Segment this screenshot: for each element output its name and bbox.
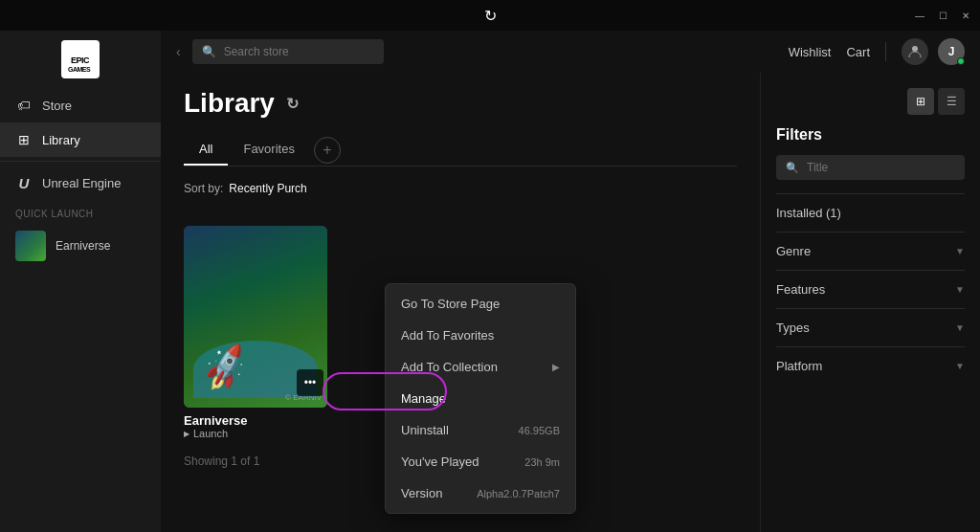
sidebar-navigation: 🏷 Store ⊞ Library U Unreal Engine QUICK … — [0, 88, 161, 532]
filter-features-label: Features — [776, 282, 825, 297]
game-card-menu-button[interactable]: ••• — [297, 369, 323, 396]
context-menu-collection[interactable]: Add To Collection ▶ — [386, 351, 575, 383]
store-icon: 🏷 — [15, 98, 33, 113]
game-launch-earniverse[interactable]: ▶ Launch — [184, 428, 327, 439]
context-menu-played[interactable]: You've Played 23h 9m — [386, 446, 575, 477]
grid-view-toggle[interactable]: ⊞ — [907, 88, 934, 115]
maximize-button[interactable]: ☐ — [936, 9, 949, 22]
sidebar-item-library[interactable]: ⊞ Library — [0, 122, 161, 157]
library-icon: ⊞ — [15, 132, 33, 147]
add-tab-button[interactable]: + — [314, 137, 341, 164]
list-icon: ☰ — [947, 95, 957, 108]
types-chevron-icon: ▼ — [955, 322, 965, 333]
library-area: Library ↻ All Favorites + Sort by: Recen… — [161, 73, 980, 532]
game-card-earniverse[interactable]: 🚀 © EARNIV ••• Earniverse ▶ Launch — [184, 226, 327, 439]
tab-favorites[interactable]: Favorites — [228, 134, 309, 166]
context-menu-version[interactable]: Version Alpha2.0.7Patch7 — [386, 477, 575, 509]
library-main: Library ↻ All Favorites + Sort by: Recen… — [161, 73, 760, 532]
earniverse-thumbnail-small — [15, 231, 46, 261]
search-input[interactable] — [224, 45, 358, 58]
top-bar-divider — [885, 42, 886, 61]
sidebar-logo: EPIC GAMES — [0, 31, 161, 88]
online-status-dot — [957, 57, 965, 65]
context-menu-uninstall[interactable]: Uninstall 46.95GB — [386, 414, 575, 446]
context-menu-played-label: You've Played — [401, 454, 479, 469]
filter-search-input[interactable] — [807, 161, 955, 174]
sidebar-item-store[interactable]: 🏷 Store — [0, 88, 161, 122]
loading-icon: ↻ — [484, 7, 497, 25]
cart-link[interactable]: Cart — [846, 45, 870, 59]
filter-group-types-header[interactable]: Types ▼ — [776, 321, 965, 335]
search-bar[interactable]: 🔍 — [192, 39, 384, 64]
quick-launch-earniverse[interactable]: Earniverse — [0, 223, 161, 269]
epic-games-logo: EPIC GAMES — [61, 40, 100, 78]
loading-spinner-container: ↻ — [484, 7, 497, 25]
play-icon: ▶ — [184, 430, 189, 438]
svg-point-3 — [912, 46, 918, 52]
platform-chevron-icon: ▼ — [955, 361, 965, 371]
filter-group-installed-header[interactable]: Installed (1) — [776, 206, 965, 220]
context-menu-manage[interactable]: Manage — [386, 383, 575, 414]
unreal-icon: U — [15, 175, 33, 191]
filter-group-platform[interactable]: Platform ▼ — [776, 346, 965, 385]
main-content: ‹ 🔍 Wishlist Cart J — [161, 31, 980, 532]
game-name-earniverse: Earniverse — [184, 413, 327, 428]
title-bar: ↻ — ☐ ✕ — [0, 0, 980, 31]
tabs-bar: All Favorites + — [184, 134, 737, 166]
sidebar-item-unreal[interactable]: U Unreal Engine — [0, 166, 161, 201]
user-menu-button[interactable] — [902, 38, 928, 65]
filter-group-installed[interactable]: Installed (1) — [776, 193, 965, 232]
ellipsis-icon: ••• — [304, 376, 317, 389]
context-menu-favorites[interactable]: Add To Favorites — [386, 320, 575, 351]
sort-value[interactable]: Recently Purch — [229, 182, 306, 195]
filter-installed-label: Installed (1) — [776, 206, 841, 220]
context-menu-store-page[interactable]: Go To Store Page — [386, 288, 575, 320]
filter-search-icon: 🔍 — [786, 162, 799, 174]
context-menu: Go To Store Page Add To Favorites Add To… — [385, 283, 576, 514]
top-bar: ‹ 🔍 Wishlist Cart J — [161, 31, 980, 73]
svg-text:GAMES: GAMES — [68, 66, 91, 73]
sort-bar: Sort by: Recently Purch — [184, 182, 307, 195]
grid-icon: ⊞ — [916, 95, 925, 108]
refresh-button[interactable]: ↻ — [286, 95, 299, 113]
sort-and-view: Sort by: Recently Purch — [184, 182, 737, 211]
back-button[interactable]: ‹ — [176, 44, 181, 59]
sidebar-item-unreal-label: Unreal Engine — [42, 176, 121, 190]
context-menu-uninstall-size: 46.95GB — [519, 425, 560, 436]
filters-sidebar: ⊞ ☰ Filters 🔍 Installed (1) — [760, 73, 980, 532]
user-initial: J — [948, 45, 955, 58]
sidebar-divider — [0, 161, 161, 162]
list-view-toggle[interactable]: ☰ — [938, 88, 965, 115]
context-menu-played-time: 23h 9m — [524, 456, 560, 468]
earniverse-quick-launch-label: Earniverse — [56, 239, 110, 253]
svg-text:EPIC: EPIC — [71, 55, 90, 65]
context-menu-favorites-label: Add To Favorites — [401, 328, 494, 343]
filter-group-types[interactable]: Types ▼ — [776, 308, 965, 346]
wishlist-link[interactable]: Wishlist — [789, 45, 832, 59]
minimize-button[interactable]: — — [913, 9, 926, 22]
context-menu-version-value: Alpha2.0.7Patch7 — [477, 488, 560, 499]
filter-group-features[interactable]: Features ▼ — [776, 270, 965, 308]
filter-group-genre[interactable]: Genre ▼ — [776, 232, 965, 270]
search-icon: 🔍 — [202, 45, 216, 58]
tab-all[interactable]: All — [184, 134, 228, 166]
filter-group-genre-header[interactable]: Genre ▼ — [776, 244, 965, 258]
filter-search-bar[interactable]: 🔍 — [776, 155, 965, 180]
app-layout: EPIC GAMES 🏷 Store ⊞ Library U Unreal En… — [0, 31, 980, 532]
filter-genre-label: Genre — [776, 244, 811, 258]
sidebar: EPIC GAMES 🏷 Store ⊞ Library U Unreal En… — [0, 31, 161, 532]
close-button[interactable]: ✕ — [959, 9, 972, 22]
features-chevron-icon: ▼ — [955, 284, 965, 295]
user-avatar[interactable]: J — [938, 38, 965, 65]
collection-arrow-icon: ▶ — [552, 362, 560, 372]
context-menu-collection-label: Add To Collection — [401, 360, 498, 374]
filter-platform-label: Platform — [776, 359, 822, 373]
window-controls: — ☐ ✕ — [913, 9, 972, 22]
sort-label: Sort by: — [184, 182, 223, 195]
filter-group-features-header[interactable]: Features ▼ — [776, 282, 965, 297]
sidebar-item-store-label: Store — [42, 99, 72, 113]
filter-group-platform-header[interactable]: Platform ▼ — [776, 359, 965, 373]
quick-launch-label: QUICK LAUNCH — [0, 201, 161, 223]
context-menu-uninstall-label: Uninstall — [401, 423, 449, 437]
context-menu-store-page-label: Go To Store Page — [401, 297, 500, 311]
